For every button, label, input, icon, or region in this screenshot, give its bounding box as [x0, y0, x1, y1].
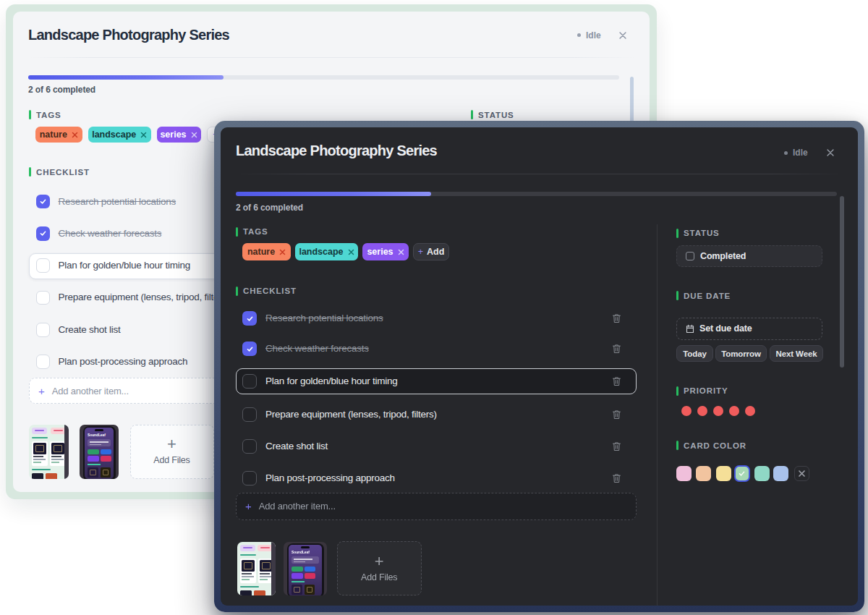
quick-date-today[interactable]: Today: [676, 345, 713, 362]
green-bar-icon: [471, 110, 473, 119]
attachment-thumbnail-phone-app[interactable]: SoundLeaf: [80, 425, 119, 479]
color-swatch-periwinkle[interactable]: [773, 466, 788, 481]
checkbox-checked[interactable]: [36, 226, 51, 241]
set-due-date-button[interactable]: Set due date: [676, 318, 822, 340]
delete-item-icon[interactable]: [612, 344, 621, 354]
tag-nature[interactable]: nature: [242, 243, 291, 260]
plus-icon: +: [167, 438, 176, 451]
tag-series[interactable]: series: [157, 127, 201, 143]
color-swatch-peach[interactable]: [696, 466, 711, 481]
color-swatch-pink[interactable]: [676, 466, 692, 481]
remove-tag-icon[interactable]: [72, 132, 78, 138]
checkbox-checked[interactable]: [242, 311, 257, 326]
checkbox-unchecked[interactable]: [242, 374, 257, 389]
task-card-dark-surface: Landscape Photography Series Idle 2 of 6…: [221, 127, 858, 606]
remove-tag-icon[interactable]: [279, 249, 286, 255]
close-button[interactable]: [618, 30, 628, 41]
add-tag-button[interactable]: + Add: [413, 243, 449, 260]
remove-tag-icon[interactable]: [348, 249, 354, 255]
green-bar-icon: [236, 287, 238, 296]
phone-app-preview: SoundLeaf: [284, 542, 327, 596]
close-button[interactable]: [825, 148, 835, 158]
clear-color-button[interactable]: [794, 466, 809, 481]
checkbox-checked[interactable]: [36, 195, 51, 209]
check-icon: [738, 470, 746, 478]
quick-date-next-week[interactable]: Next Week: [770, 345, 823, 362]
scrollbar-thumb[interactable]: [840, 196, 844, 368]
delete-item-icon[interactable]: [612, 313, 621, 323]
remove-tag-icon[interactable]: [191, 132, 197, 138]
progress-fill: [236, 192, 431, 196]
plus-icon: +: [38, 385, 45, 397]
scrollbar-thumb[interactable]: [630, 77, 634, 123]
checkbox-checked[interactable]: [242, 342, 257, 356]
header-divider: [236, 174, 843, 174]
calendar-icon: [686, 324, 694, 334]
remove-tag-icon[interactable]: [140, 132, 147, 138]
task-card-dark: Landscape Photography Series Idle 2 of 6…: [214, 121, 864, 612]
shop-app-preview: [29, 425, 69, 479]
checkbox-unchecked[interactable]: [686, 252, 694, 260]
add-files-button[interactable]: + Add Files: [130, 425, 214, 479]
add-checklist-item-input[interactable]: + Add another item...: [236, 493, 637, 520]
delete-item-icon[interactable]: [612, 441, 621, 451]
due-date-section-label: DUE DATE: [676, 291, 731, 300]
checklist-section-label: CHECKLIST: [236, 287, 297, 296]
priority-dot-5[interactable]: [745, 406, 755, 416]
green-bar-icon: [676, 386, 678, 396]
checklist-section-label: CHECKLIST: [29, 167, 90, 177]
status-chip: Idle: [577, 30, 601, 41]
priority-dot-4[interactable]: [729, 406, 739, 416]
delete-item-icon[interactable]: [612, 410, 621, 420]
delete-item-icon[interactable]: [612, 376, 621, 386]
priority-section-label: PRIORITY: [676, 386, 728, 396]
progress-label: 2 of 6 completed: [236, 203, 303, 213]
priority-dot-2[interactable]: [697, 406, 707, 416]
delete-item-icon[interactable]: [612, 473, 621, 483]
checkbox-unchecked[interactable]: [36, 291, 51, 305]
page-title: Landscape Photography Series: [28, 25, 229, 45]
tag-landscape[interactable]: landscape: [88, 127, 151, 143]
idle-label: Idle: [586, 30, 601, 41]
completed-toggle[interactable]: Completed: [676, 245, 822, 267]
quick-date-tomorrow[interactable]: Tomorrow: [715, 345, 767, 362]
progress-bar: [28, 75, 619, 80]
priority-dot-1[interactable]: [681, 406, 692, 416]
tag-landscape[interactable]: landscape: [295, 243, 358, 260]
status-chip: Idle: [784, 148, 808, 158]
attachment-thumbnail-phone-app[interactable]: SoundLeaf: [284, 542, 327, 596]
checkbox-unchecked[interactable]: [242, 439, 257, 454]
color-swatch-yellow[interactable]: [716, 466, 731, 481]
checkbox-unchecked[interactable]: [242, 471, 257, 485]
green-bar-icon: [29, 167, 31, 177]
green-bar-icon: [236, 227, 238, 237]
remove-tag-icon[interactable]: [398, 249, 404, 255]
x-icon: [798, 470, 806, 478]
header-divider: [28, 57, 634, 58]
color-swatch-green-selected[interactable]: [734, 465, 751, 482]
attachment-thumbnail-shop-app[interactable]: [237, 542, 276, 596]
checkbox-unchecked[interactable]: [242, 407, 257, 422]
idle-dot-icon: [577, 33, 581, 37]
idle-dot-icon: [784, 151, 788, 155]
checkbox-unchecked[interactable]: [36, 323, 51, 337]
attachment-thumbnail-shop-app[interactable]: [29, 425, 69, 479]
green-bar-icon: [29, 110, 31, 119]
priority-dot-3[interactable]: [713, 406, 723, 416]
tag-nature[interactable]: nature: [35, 127, 83, 143]
green-bar-icon: [676, 291, 678, 300]
plus-icon: +: [418, 247, 423, 257]
stage: Landscape Photography Series Idle 2 of 6…: [0, 0, 868, 615]
checkbox-unchecked[interactable]: [36, 355, 51, 369]
progress-bar: [236, 192, 837, 196]
green-bar-icon: [676, 441, 678, 450]
tag-series[interactable]: series: [362, 243, 409, 260]
green-bar-icon: [676, 229, 678, 238]
shop-app-preview: [237, 542, 276, 596]
progress-fill: [28, 75, 224, 80]
color-swatch-teal[interactable]: [754, 466, 770, 481]
status-section-label: STATUS: [471, 110, 514, 119]
add-files-button[interactable]: + Add Files: [337, 541, 422, 595]
checkbox-unchecked[interactable]: [36, 258, 51, 273]
plus-icon: +: [245, 500, 252, 512]
